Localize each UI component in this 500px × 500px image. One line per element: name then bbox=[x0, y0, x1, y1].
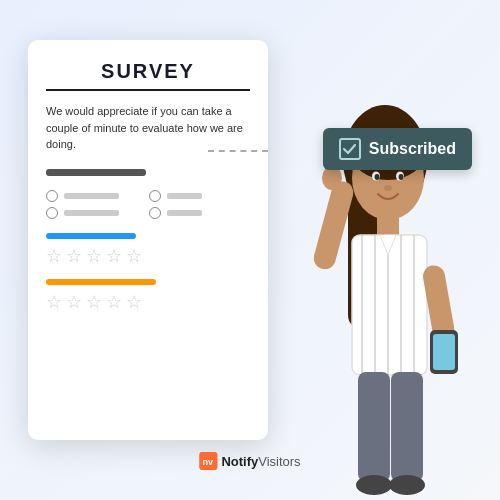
radio-option-4[interactable] bbox=[149, 207, 202, 219]
notify-logo: nv NotifyVisitors bbox=[199, 452, 300, 470]
svg-rect-23 bbox=[391, 372, 423, 482]
star-1-5[interactable]: ☆ bbox=[126, 245, 142, 267]
svg-rect-21 bbox=[433, 334, 455, 370]
subscribed-label: Subscribed bbox=[369, 140, 456, 158]
radio-label-4 bbox=[167, 210, 202, 216]
star-1-3[interactable]: ☆ bbox=[86, 245, 102, 267]
svg-point-7 bbox=[375, 174, 380, 180]
star-1-4[interactable]: ☆ bbox=[106, 245, 122, 267]
radio-row-2 bbox=[46, 207, 250, 219]
radio-label-3 bbox=[64, 210, 119, 216]
star-2-3[interactable]: ☆ bbox=[86, 291, 102, 313]
radio-circle-1 bbox=[46, 190, 58, 202]
star-2-4[interactable]: ☆ bbox=[106, 291, 122, 313]
svg-point-8 bbox=[399, 174, 404, 180]
stars-row-1: ☆ ☆ ☆ ☆ ☆ bbox=[46, 245, 250, 267]
svg-point-24 bbox=[356, 475, 392, 495]
radio-label-2 bbox=[167, 193, 202, 199]
star-2-1[interactable]: ☆ bbox=[46, 291, 62, 313]
check-icon bbox=[339, 138, 361, 160]
radio-option-3[interactable] bbox=[46, 207, 119, 219]
main-scene: SURVEY We would appreciate if you can ta… bbox=[0, 0, 500, 500]
stars-row-2: ☆ ☆ ☆ ☆ ☆ bbox=[46, 291, 250, 313]
svg-point-9 bbox=[384, 185, 392, 191]
star-1-2[interactable]: ☆ bbox=[66, 245, 82, 267]
survey-card: SURVEY We would appreciate if you can ta… bbox=[28, 40, 268, 440]
radio-label-1 bbox=[64, 193, 119, 199]
notify-icon: nv bbox=[199, 452, 217, 470]
radio-option-2[interactable] bbox=[149, 190, 202, 202]
radio-option-1[interactable] bbox=[46, 190, 119, 202]
svg-rect-10 bbox=[352, 235, 427, 375]
question-bar bbox=[46, 169, 146, 176]
subscribed-badge: Subscribed bbox=[323, 128, 472, 170]
notify-brand-text: NotifyVisitors bbox=[221, 454, 300, 469]
svg-point-25 bbox=[389, 475, 425, 495]
survey-description: We would appreciate if you can take a co… bbox=[46, 103, 250, 153]
notify-brand-name: Notify bbox=[221, 454, 258, 469]
radio-circle-4 bbox=[149, 207, 161, 219]
notify-brand-suffix: Visitors bbox=[258, 454, 300, 469]
survey-title: SURVEY bbox=[46, 60, 250, 91]
star-2-2[interactable]: ☆ bbox=[66, 291, 82, 313]
dashed-connector bbox=[208, 150, 268, 152]
radio-circle-3 bbox=[46, 207, 58, 219]
progress-bar-blue bbox=[46, 233, 136, 239]
svg-text:nv: nv bbox=[202, 457, 213, 467]
radio-row-1 bbox=[46, 190, 250, 202]
star-2-5[interactable]: ☆ bbox=[126, 291, 142, 313]
star-1-1[interactable]: ☆ bbox=[46, 245, 62, 267]
radio-circle-2 bbox=[149, 190, 161, 202]
svg-rect-22 bbox=[358, 372, 390, 482]
progress-bar-orange bbox=[46, 279, 156, 285]
